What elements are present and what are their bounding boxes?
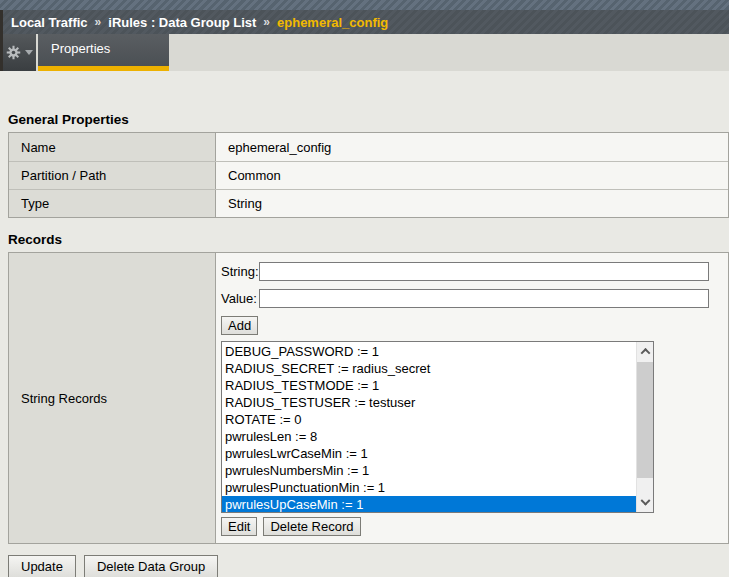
top-banner [0, 0, 729, 10]
breadcrumb-item-local-traffic[interactable]: Local Traffic [11, 15, 88, 30]
value-field-label: Value: [221, 291, 259, 306]
breadcrumb: Local Traffic » iRules : Data Group List… [0, 10, 729, 34]
record-option[interactable]: pwrulesPunctuationMin := 1 [222, 479, 653, 496]
record-option[interactable]: pwrulesNumbersMin := 1 [222, 462, 653, 479]
delete-record-button[interactable]: Delete Record [263, 517, 360, 536]
records-title: Records [8, 232, 729, 247]
scrollbar-down-button[interactable] [637, 494, 653, 512]
tab-strip: Properties [0, 34, 729, 71]
scrollbar-thumb[interactable] [637, 362, 653, 478]
string-input[interactable] [259, 262, 709, 281]
value-input[interactable] [259, 289, 709, 308]
table-row: Name ephemeral_config [9, 133, 728, 161]
record-option[interactable]: pwrulesLen := 8 [222, 428, 653, 445]
chevron-down-icon [25, 50, 33, 55]
record-option-selected[interactable]: pwrulesUpCaseMin := 1 [222, 496, 653, 513]
table-row: Partition / Path Common [9, 161, 728, 189]
row-label: Partition / Path [9, 162, 216, 189]
table-row: String Records String: Value: Add DEBUG_… [9, 253, 728, 543]
update-button[interactable]: Update [8, 555, 76, 577]
row-label: Type [9, 190, 216, 217]
breadcrumb-separator: » [263, 15, 270, 29]
general-properties-table: Name ephemeral_config Partition / Path C… [8, 132, 729, 218]
row-value-name: ephemeral_config [216, 133, 728, 161]
record-option[interactable]: RADIUS_SECRET := radius_secret [222, 360, 653, 377]
record-option[interactable]: DEBUG_PASSWORD := 1 [222, 343, 653, 360]
record-option[interactable]: RADIUS_TESTMODE := 1 [222, 377, 653, 394]
breadcrumb-item-current: ephemeral_config [277, 15, 388, 30]
gear-menu-button[interactable] [3, 34, 38, 71]
string-records-form: String: Value: Add DEBUG_PASSWORD := 1 R… [216, 253, 728, 543]
record-option[interactable]: pwrulesLwrCaseMin := 1 [222, 445, 653, 462]
gear-icon [6, 45, 21, 60]
row-label: Name [9, 133, 216, 161]
record-list: DEBUG_PASSWORD := 1 RADIUS_SECRET := rad… [222, 342, 636, 513]
breadcrumb-item-data-group-list[interactable]: iRules : Data Group List [108, 15, 256, 30]
general-properties-title: General Properties [8, 112, 729, 127]
string-records-label: String Records [9, 253, 216, 543]
string-records-listbox: DEBUG_PASSWORD := 1 RADIUS_SECRET := rad… [221, 341, 654, 513]
row-value-partition: Common [216, 162, 728, 189]
footer-actions: Update Delete Data Group [8, 555, 729, 577]
string-field-label: String: [221, 264, 259, 279]
tab-properties-label: Properties [51, 41, 110, 56]
delete-data-group-button[interactable]: Delete Data Group [84, 555, 218, 577]
row-value-type: String [216, 190, 728, 217]
record-option[interactable]: RADIUS_TESTUSER := testuser [222, 394, 653, 411]
record-option[interactable]: ROTATE := 0 [222, 411, 653, 428]
add-button[interactable]: Add [221, 316, 258, 335]
records-table: String Records String: Value: Add DEBUG_… [8, 252, 729, 544]
chevron-down-icon [640, 495, 650, 505]
table-row: Type String [9, 189, 728, 217]
breadcrumb-separator: » [95, 15, 102, 29]
main-content: General Properties Name ephemeral_config… [0, 112, 729, 544]
chevron-up-icon [640, 347, 650, 357]
scrollbar-up-button[interactable] [637, 342, 653, 360]
edit-button[interactable]: Edit [221, 517, 257, 536]
listbox-scrollbar[interactable] [636, 342, 653, 512]
tab-properties[interactable]: Properties [38, 34, 169, 71]
